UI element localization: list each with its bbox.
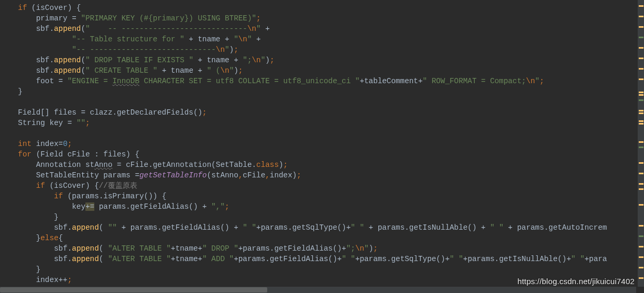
string: "	[243, 56, 247, 64]
semicolon: ;	[238, 66, 243, 75]
text: +	[261, 25, 270, 33]
text: sbf.	[36, 66, 54, 75]
gutter-mark[interactable]	[639, 110, 643, 111]
class-ref: SetTable	[216, 161, 252, 169]
text: key	[72, 202, 85, 211]
gutter-mark[interactable]	[639, 141, 643, 143]
string: "	[364, 244, 369, 253]
string: " -- ----------------------------	[85, 25, 247, 33]
code-editor[interactable]: if (isCover) { primary = "PRIMARY KEY (#…	[0, 0, 636, 287]
gutter-mark[interactable]	[639, 99, 643, 101]
keyword: if	[36, 182, 45, 190]
text: sbf.	[36, 56, 54, 64]
horizontal-scrollbar[interactable]	[0, 287, 636, 293]
text: index++	[36, 276, 68, 284]
string: " "	[571, 255, 585, 263]
text: +tname+	[171, 255, 202, 263]
text: sbf.	[54, 255, 72, 263]
gutter-mark[interactable]	[639, 204, 643, 206]
text: }	[0, 265, 40, 274]
text: +params.getSqlType()+	[355, 255, 450, 263]
gutter-mark[interactable]	[639, 188, 643, 190]
scrollbar-thumb[interactable]	[0, 287, 267, 292]
gutter-mark[interactable]	[639, 256, 643, 258]
text: cFile	[243, 171, 265, 179]
watermark-text: https://blog.csdn.net/jikuicui7402	[517, 277, 635, 286]
semicolon: ;	[85, 119, 90, 127]
string: "	[247, 35, 252, 43]
gutter-mark[interactable]	[639, 173, 643, 174]
text: )	[265, 56, 270, 64]
text: +tableComment+	[359, 77, 422, 85]
escape: \n	[526, 77, 535, 85]
gutter-mark[interactable]	[639, 246, 643, 247]
string: "-- Table structure for "	[72, 35, 184, 43]
gutter-mark[interactable]	[639, 225, 643, 227]
text: }	[0, 87, 23, 96]
gutter-mark[interactable]	[639, 120, 643, 122]
semicolon: ;	[234, 46, 238, 54]
text: sbf.	[54, 244, 72, 253]
text: index=	[31, 140, 63, 148]
gutter-mark[interactable]	[639, 78, 643, 80]
gutter-mark[interactable]	[639, 112, 643, 114]
method: append	[72, 255, 99, 263]
text: (params.isPrimary()) {	[63, 192, 166, 200]
escape: \n	[216, 46, 225, 54]
text: }	[0, 213, 59, 221]
text: (Field cFile : files) {	[31, 150, 139, 159]
text: +params.getIsNullAble()+	[463, 255, 571, 263]
keyword: if	[54, 192, 63, 200]
semicolon: ;	[297, 171, 301, 179]
string: " "	[243, 223, 256, 232]
semicolon: ;	[202, 108, 207, 117]
text: primary =	[36, 14, 81, 22]
keyword: else	[40, 234, 58, 242]
gutter-mark[interactable]	[639, 162, 643, 164]
gutter-mark[interactable]	[639, 277, 643, 279]
gutter-mark[interactable]	[639, 183, 643, 185]
text: + params.getIsNullAble() +	[364, 223, 490, 232]
gutter-mark[interactable]	[639, 16, 643, 17]
text: = cFile.getAnnotation(	[113, 161, 216, 169]
gutter-mark[interactable]	[639, 267, 643, 268]
gutter-mark[interactable]	[639, 94, 643, 96]
gutter-mark[interactable]	[639, 47, 643, 49]
escape: \n	[238, 35, 247, 43]
text: (	[81, 25, 85, 33]
gutter-mark[interactable]	[639, 123, 643, 125]
gutter-mark[interactable]	[639, 92, 643, 93]
method: append	[72, 244, 99, 253]
string: InnoDB	[113, 77, 139, 85]
text: +tname+	[171, 244, 202, 253]
string: " "	[351, 223, 364, 232]
string: "ALTER TABLE "	[108, 255, 171, 263]
text: +para	[584, 255, 607, 263]
text: }	[36, 234, 41, 242]
gutter-mark[interactable]	[639, 5, 643, 7]
semicolon: ;	[270, 56, 275, 64]
string: " "	[342, 255, 355, 263]
gutter-mark[interactable]	[639, 146, 643, 148]
string: ""	[77, 119, 85, 127]
text: +params.getSqlType()+	[256, 223, 351, 232]
text: )	[234, 66, 238, 75]
text: + tname +	[157, 66, 206, 75]
gutter-mark[interactable]	[639, 58, 643, 59]
text: (	[81, 56, 85, 64]
text: (isCover) {	[45, 182, 99, 190]
keyword: int	[18, 140, 31, 148]
gutter-mark[interactable]	[639, 37, 643, 38]
text: .	[252, 161, 257, 169]
text: SetTableEntity params =	[36, 171, 139, 179]
gutter-mark[interactable]	[639, 26, 643, 28]
gutter-mark[interactable]	[639, 68, 643, 70]
string: "	[234, 35, 238, 43]
gutter-mark[interactable]	[639, 235, 643, 237]
text: )	[369, 244, 374, 253]
text: (	[81, 66, 85, 75]
text: index)	[270, 171, 297, 179]
escape: \n	[220, 66, 229, 75]
string: "	[256, 25, 261, 33]
error-stripe[interactable]	[638, 0, 644, 287]
